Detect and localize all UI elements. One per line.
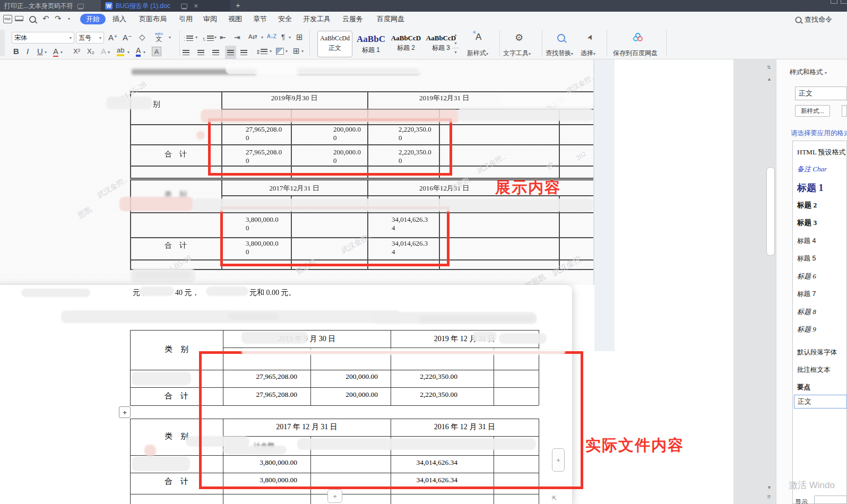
char-border-button[interactable]: A bbox=[152, 47, 161, 56]
style-gallery-heading1[interactable]: AaBbC 标题 1 bbox=[355, 31, 387, 56]
select-button[interactable]: 选择▾ bbox=[581, 49, 595, 58]
scroll-down-icon[interactable]: ▼ bbox=[767, 485, 772, 490]
strike-color-button[interactable]: A bbox=[53, 47, 58, 57]
style-gallery-heading2[interactable]: AaBbCcD 标题 2 bbox=[390, 31, 422, 56]
menu-tab-review[interactable]: 审阅 bbox=[203, 14, 217, 24]
show-marks-button[interactable]: ¶ bbox=[281, 33, 285, 41]
style-item-heading4[interactable]: 标题 4 bbox=[797, 237, 816, 246]
align-left-button[interactable] bbox=[183, 48, 189, 57]
font-size-select[interactable]: 五号▾ bbox=[76, 32, 104, 44]
find-command[interactable]: 查找命令 bbox=[794, 15, 832, 24]
style-item-heading5[interactable]: 标题 5 bbox=[797, 254, 816, 263]
line-spacing-button[interactable]: ⇕ bbox=[256, 47, 267, 56]
char-scale-button[interactable]: A⇄ bbox=[248, 33, 257, 40]
scroll-up-icon[interactable]: ▲ bbox=[767, 76, 772, 82]
text-effects-button[interactable]: A bbox=[101, 47, 106, 56]
align-center-button[interactable] bbox=[197, 48, 204, 57]
numbered-list-button[interactable]: ⒈ bbox=[202, 33, 214, 43]
style-item-heading6[interactable]: 标题 6 bbox=[797, 272, 816, 281]
menu-tab-insert[interactable]: 插入 bbox=[113, 14, 126, 24]
menu-tab-home[interactable]: 开始 bbox=[80, 14, 106, 24]
distribute-button[interactable] bbox=[240, 48, 247, 57]
increase-font-button[interactable]: A⁺ bbox=[108, 33, 118, 42]
menu-tab-cloud[interactable]: 云服务 bbox=[342, 14, 363, 24]
table-add-row-button[interactable]: + bbox=[327, 489, 342, 503]
document-background bbox=[733, 59, 776, 504]
style-item-default-font[interactable]: 默认段落字体 bbox=[797, 348, 837, 357]
undo-icon[interactable]: ↶ bbox=[42, 14, 49, 23]
document-tab-inactive[interactable]: 打印正...文本身页码不符 bbox=[0, 0, 101, 12]
style-item-heading2[interactable]: 标题 2 bbox=[797, 201, 817, 210]
menu-tab-section[interactable]: 章节 bbox=[253, 14, 267, 24]
new-tab-button[interactable]: + bbox=[236, 1, 240, 10]
style-item-heading7[interactable]: 标题 7 bbox=[797, 290, 816, 299]
document-tab-active[interactable]: W BUG报告单 (1).doc ✕ bbox=[101, 0, 230, 12]
show-label: 显示 bbox=[795, 498, 808, 504]
page-margin-band bbox=[594, 59, 615, 351]
text-tool-button[interactable]: 文字工具▾ bbox=[503, 49, 531, 58]
font-color-button[interactable]: A bbox=[136, 46, 141, 57]
new-style-button[interactable]: 新样式▾ bbox=[467, 49, 488, 58]
current-style-box[interactable]: 正文 bbox=[795, 86, 847, 100]
style-item-heading9[interactable]: 标题 9 bbox=[797, 325, 816, 334]
menu-tab-dev-tools[interactable]: 开发工具 bbox=[303, 14, 331, 24]
increase-indent-button[interactable]: ⇥ bbox=[234, 33, 240, 41]
clear-format-button-clipped[interactable] bbox=[842, 105, 847, 117]
tab-close-icon[interactable]: ✕ bbox=[194, 3, 198, 10]
styles-panel-title[interactable]: 样式和格式 ▾ bbox=[790, 68, 827, 77]
style-item-heading8[interactable]: 标题 8 bbox=[797, 307, 816, 317]
bold-button[interactable]: B bbox=[13, 47, 19, 56]
style-item-heading1[interactable]: 标题 1 bbox=[797, 181, 824, 194]
frame-button[interactable]: ⊞ bbox=[296, 32, 303, 42]
justify-button[interactable] bbox=[225, 46, 236, 59]
new-style-dialog-button[interactable]: 新样式... bbox=[795, 105, 830, 117]
style-item-html[interactable]: HTML 预设格式 bbox=[797, 147, 846, 157]
window-close-icon[interactable] bbox=[841, 0, 847, 4]
decrease-indent-button[interactable]: ⇤ bbox=[220, 33, 226, 41]
align-right-button[interactable] bbox=[212, 48, 219, 57]
export-pdf-icon[interactable]: PDF bbox=[3, 15, 12, 23]
gallery-scroll-down[interactable]: ▼ bbox=[452, 39, 459, 47]
style-item-heading3[interactable]: 标题 3 bbox=[797, 218, 817, 228]
menu-tab-baidu-pan[interactable]: 百度网盘 bbox=[377, 14, 404, 24]
window-restore-icon[interactable] bbox=[831, 0, 837, 4]
activate-windows-watermark: 激活 Windo bbox=[789, 479, 835, 491]
clear-format-icon[interactable]: ◇ bbox=[139, 32, 145, 42]
next-page-icon[interactable]: ⇈ bbox=[767, 494, 771, 500]
menu-tab-view[interactable]: 视图 bbox=[228, 14, 242, 24]
annotation-label-displayed: 展示内容 bbox=[495, 177, 561, 198]
font-name-select[interactable]: 宋体▾ bbox=[12, 32, 74, 44]
scrollbar-thumb[interactable] bbox=[766, 167, 775, 256]
ruler-toggle-icon[interactable]: ⇅ bbox=[767, 65, 771, 70]
italic-button[interactable]: I bbox=[27, 47, 29, 56]
print-preview-icon[interactable] bbox=[29, 15, 37, 25]
redo-icon[interactable]: ↷ bbox=[55, 14, 62, 23]
menu-tab-security[interactable]: 安全 bbox=[278, 14, 292, 24]
sort-button[interactable]: A↓Z bbox=[267, 33, 276, 39]
borders-button[interactable]: ⊞ bbox=[293, 46, 300, 56]
superscript-button[interactable]: X² bbox=[73, 47, 80, 55]
pinyin-guide-button[interactable]: wén 文 bbox=[155, 30, 163, 41]
style-item-balloon-text[interactable]: 批注框文本 bbox=[797, 366, 831, 375]
highlight-button[interactable]: ab bbox=[117, 46, 124, 56]
find-replace-button[interactable]: 查找替换▾ bbox=[546, 49, 573, 58]
subscript-button[interactable]: X₂ bbox=[87, 47, 94, 55]
style-gallery-normal[interactable]: AaBbCcDd 正文 bbox=[317, 31, 352, 57]
shading-button[interactable] bbox=[276, 48, 284, 55]
save-to-baidu-button[interactable]: 保存到百度网盘 bbox=[613, 49, 658, 58]
style-item-keypoint[interactable]: 要点 bbox=[797, 383, 810, 392]
bullet-list-button[interactable]: ⁚ bbox=[184, 33, 193, 43]
style-item-note-char[interactable]: 备注 Char bbox=[797, 164, 827, 174]
print-icon[interactable] bbox=[15, 16, 23, 21]
menu-tab-references[interactable]: 引用 bbox=[179, 14, 193, 24]
decrease-font-button[interactable]: A⁻ bbox=[123, 33, 132, 42]
clipboard-group-clipped bbox=[0, 30, 5, 56]
chevron-down-icon[interactable]: ▾ bbox=[68, 16, 70, 21]
show-options-select[interactable] bbox=[814, 496, 847, 504]
menu-tab-page-layout[interactable]: 页面布局 bbox=[139, 14, 167, 24]
gallery-scroll-up[interactable]: ▲ bbox=[452, 31, 459, 39]
underline-button[interactable]: U bbox=[37, 47, 43, 56]
style-item-normal-selected[interactable]: 正文 bbox=[794, 395, 847, 409]
table-move-handle[interactable]: + bbox=[119, 406, 131, 418]
gallery-expand[interactable]: ▼ bbox=[452, 48, 459, 56]
